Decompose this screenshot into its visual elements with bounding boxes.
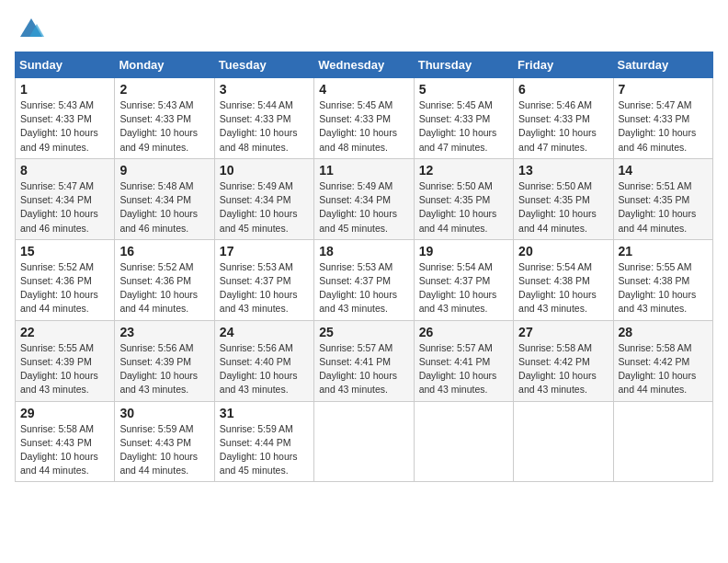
calendar-cell: 25Sunrise: 5:57 AMSunset: 4:41 PMDayligh… bbox=[314, 320, 414, 401]
col-header-thursday: Thursday bbox=[414, 52, 513, 78]
logo-icon bbox=[17, 15, 46, 40]
calendar-cell: 5Sunrise: 5:45 AMSunset: 4:33 PMDaylight… bbox=[414, 78, 513, 159]
day-number: 18 bbox=[319, 244, 408, 259]
day-info: Sunrise: 5:55 AMSunset: 4:39 PMDaylight:… bbox=[20, 341, 109, 397]
calendar-cell: 21Sunrise: 5:55 AMSunset: 4:38 PMDayligh… bbox=[613, 239, 712, 320]
day-number: 23 bbox=[119, 325, 209, 339]
calendar-cell: 7Sunrise: 5:47 AMSunset: 4:33 PMDaylight… bbox=[613, 78, 712, 159]
day-number: 24 bbox=[220, 325, 309, 339]
day-number: 2 bbox=[119, 82, 209, 97]
calendar-cell: 3Sunrise: 5:44 AMSunset: 4:33 PMDaylight… bbox=[214, 78, 313, 159]
day-info: Sunrise: 5:53 AMSunset: 4:37 PMDaylight:… bbox=[220, 260, 309, 316]
day-info: Sunrise: 5:50 AMSunset: 4:35 PMDaylight:… bbox=[419, 179, 508, 236]
col-header-friday: Friday bbox=[514, 52, 613, 78]
day-number: 30 bbox=[119, 406, 209, 420]
day-info: Sunrise: 5:49 AMSunset: 4:34 PMDaylight:… bbox=[220, 179, 309, 236]
page-header bbox=[15, 15, 713, 40]
calendar-cell: 8Sunrise: 5:47 AMSunset: 4:34 PMDaylight… bbox=[16, 158, 115, 239]
day-number: 10 bbox=[220, 163, 309, 178]
day-number: 25 bbox=[319, 325, 408, 339]
day-number: 17 bbox=[220, 244, 309, 259]
week-row-5: 29Sunrise: 5:58 AMSunset: 4:43 PMDayligh… bbox=[16, 401, 713, 482]
calendar-cell: 29Sunrise: 5:58 AMSunset: 4:43 PMDayligh… bbox=[16, 401, 115, 482]
day-info: Sunrise: 5:43 AMSunset: 4:33 PMDaylight:… bbox=[119, 98, 209, 155]
day-info: Sunrise: 5:50 AMSunset: 4:35 PMDaylight:… bbox=[518, 179, 608, 236]
day-number: 20 bbox=[518, 244, 608, 259]
day-number: 21 bbox=[619, 244, 708, 259]
day-info: Sunrise: 5:53 AMSunset: 4:37 PMDaylight:… bbox=[319, 260, 408, 316]
calendar-cell: 1Sunrise: 5:43 AMSunset: 4:33 PMDaylight… bbox=[16, 78, 115, 159]
col-header-monday: Monday bbox=[115, 52, 214, 78]
calendar-cell: 28Sunrise: 5:58 AMSunset: 4:42 PMDayligh… bbox=[613, 320, 712, 401]
day-number: 15 bbox=[20, 244, 109, 259]
calendar-table: SundayMondayTuesdayWednesdayThursdayFrid… bbox=[15, 52, 713, 482]
calendar-cell: 16Sunrise: 5:52 AMSunset: 4:36 PMDayligh… bbox=[115, 239, 214, 320]
day-info: Sunrise: 5:44 AMSunset: 4:33 PMDaylight:… bbox=[220, 98, 309, 155]
logo bbox=[15, 15, 46, 40]
day-number: 8 bbox=[20, 163, 109, 178]
week-row-2: 8Sunrise: 5:47 AMSunset: 4:34 PMDaylight… bbox=[16, 158, 713, 239]
day-number: 14 bbox=[619, 163, 708, 178]
day-info: Sunrise: 5:56 AMSunset: 4:40 PMDaylight:… bbox=[220, 341, 309, 397]
day-number: 13 bbox=[518, 163, 608, 178]
calendar-cell: 23Sunrise: 5:56 AMSunset: 4:39 PMDayligh… bbox=[115, 320, 214, 401]
calendar-cell bbox=[613, 401, 712, 482]
day-info: Sunrise: 5:57 AMSunset: 4:41 PMDaylight:… bbox=[319, 341, 408, 397]
day-number: 16 bbox=[119, 244, 209, 259]
day-info: Sunrise: 5:59 AMSunset: 4:43 PMDaylight:… bbox=[119, 422, 209, 478]
day-number: 19 bbox=[419, 244, 508, 259]
day-info: Sunrise: 5:58 AMSunset: 4:42 PMDaylight:… bbox=[619, 341, 708, 397]
calendar-cell: 2Sunrise: 5:43 AMSunset: 4:33 PMDaylight… bbox=[115, 78, 214, 159]
day-number: 9 bbox=[119, 163, 209, 178]
calendar-cell bbox=[414, 401, 513, 482]
calendar-header-row: SundayMondayTuesdayWednesdayThursdayFrid… bbox=[16, 52, 713, 78]
calendar-cell: 9Sunrise: 5:48 AMSunset: 4:34 PMDaylight… bbox=[115, 158, 214, 239]
day-number: 22 bbox=[20, 325, 109, 339]
week-row-4: 22Sunrise: 5:55 AMSunset: 4:39 PMDayligh… bbox=[16, 320, 713, 401]
day-info: Sunrise: 5:58 AMSunset: 4:42 PMDaylight:… bbox=[518, 341, 608, 397]
week-row-3: 15Sunrise: 5:52 AMSunset: 4:36 PMDayligh… bbox=[16, 239, 713, 320]
calendar-cell: 20Sunrise: 5:54 AMSunset: 4:38 PMDayligh… bbox=[514, 239, 613, 320]
week-row-1: 1Sunrise: 5:43 AMSunset: 4:33 PMDaylight… bbox=[16, 78, 713, 159]
day-number: 12 bbox=[419, 163, 508, 178]
col-header-sunday: Sunday bbox=[16, 52, 115, 78]
calendar-cell: 13Sunrise: 5:50 AMSunset: 4:35 PMDayligh… bbox=[514, 158, 613, 239]
day-info: Sunrise: 5:48 AMSunset: 4:34 PMDaylight:… bbox=[119, 179, 209, 236]
day-info: Sunrise: 5:57 AMSunset: 4:41 PMDaylight:… bbox=[419, 341, 508, 397]
day-number: 3 bbox=[220, 82, 309, 97]
day-number: 29 bbox=[20, 406, 109, 420]
col-header-tuesday: Tuesday bbox=[214, 52, 313, 78]
day-number: 1 bbox=[20, 82, 109, 97]
calendar-cell: 18Sunrise: 5:53 AMSunset: 4:37 PMDayligh… bbox=[314, 239, 414, 320]
calendar-cell: 11Sunrise: 5:49 AMSunset: 4:34 PMDayligh… bbox=[314, 158, 414, 239]
day-info: Sunrise: 5:51 AMSunset: 4:35 PMDaylight:… bbox=[619, 179, 708, 236]
calendar-cell: 24Sunrise: 5:56 AMSunset: 4:40 PMDayligh… bbox=[214, 320, 313, 401]
day-info: Sunrise: 5:45 AMSunset: 4:33 PMDaylight:… bbox=[419, 98, 508, 155]
calendar-cell: 31Sunrise: 5:59 AMSunset: 4:44 PMDayligh… bbox=[214, 401, 313, 482]
day-info: Sunrise: 5:47 AMSunset: 4:34 PMDaylight:… bbox=[20, 179, 109, 236]
calendar-cell: 4Sunrise: 5:45 AMSunset: 4:33 PMDaylight… bbox=[314, 78, 414, 159]
day-number: 31 bbox=[220, 406, 309, 420]
day-info: Sunrise: 5:45 AMSunset: 4:33 PMDaylight:… bbox=[319, 98, 408, 155]
day-number: 27 bbox=[518, 325, 608, 339]
day-info: Sunrise: 5:58 AMSunset: 4:43 PMDaylight:… bbox=[20, 422, 109, 478]
day-info: Sunrise: 5:47 AMSunset: 4:33 PMDaylight:… bbox=[619, 98, 708, 155]
calendar-cell bbox=[514, 401, 613, 482]
calendar-cell: 6Sunrise: 5:46 AMSunset: 4:33 PMDaylight… bbox=[514, 78, 613, 159]
calendar-cell: 30Sunrise: 5:59 AMSunset: 4:43 PMDayligh… bbox=[115, 401, 214, 482]
day-number: 7 bbox=[619, 82, 708, 97]
calendar-cell bbox=[314, 401, 414, 482]
day-info: Sunrise: 5:46 AMSunset: 4:33 PMDaylight:… bbox=[518, 98, 608, 155]
day-info: Sunrise: 5:52 AMSunset: 4:36 PMDaylight:… bbox=[119, 260, 209, 316]
calendar-cell: 12Sunrise: 5:50 AMSunset: 4:35 PMDayligh… bbox=[414, 158, 513, 239]
day-info: Sunrise: 5:55 AMSunset: 4:38 PMDaylight:… bbox=[619, 260, 708, 316]
col-header-saturday: Saturday bbox=[613, 52, 712, 78]
day-number: 5 bbox=[419, 82, 508, 97]
day-info: Sunrise: 5:59 AMSunset: 4:44 PMDaylight:… bbox=[220, 422, 309, 478]
calendar-cell: 19Sunrise: 5:54 AMSunset: 4:37 PMDayligh… bbox=[414, 239, 513, 320]
day-number: 4 bbox=[319, 82, 408, 97]
day-info: Sunrise: 5:52 AMSunset: 4:36 PMDaylight:… bbox=[20, 260, 109, 316]
day-number: 11 bbox=[319, 163, 408, 178]
calendar-cell: 22Sunrise: 5:55 AMSunset: 4:39 PMDayligh… bbox=[16, 320, 115, 401]
col-header-wednesday: Wednesday bbox=[314, 52, 414, 78]
